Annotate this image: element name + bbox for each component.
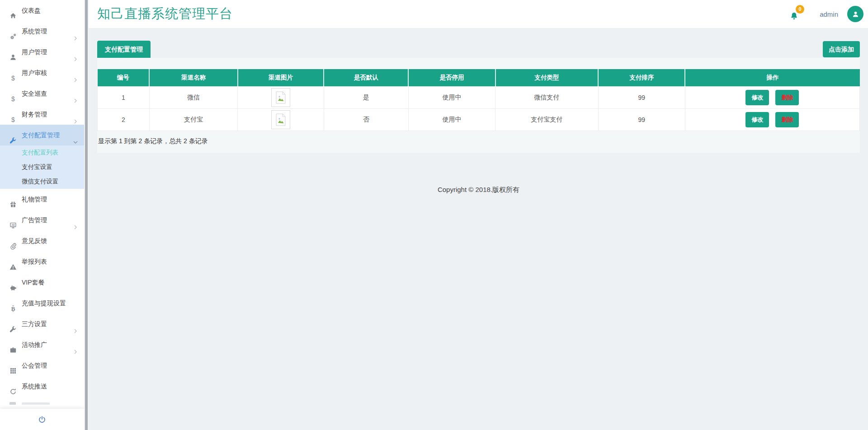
- home-icon: [9, 7, 17, 14]
- svg-text:$: $: [11, 95, 15, 103]
- sidebar-item-report-list[interactable]: 举报列表: [0, 251, 84, 272]
- cell-channel-image: [238, 86, 324, 108]
- sidebar-item-payment-config-mgmt[interactable]: 支付配置管理: [0, 125, 84, 145]
- sidebar-scrollbar-thumb[interactable]: [85, 0, 88, 430]
- notification-badge: 0: [796, 5, 804, 14]
- topbar-right-cluster: 0 admin: [790, 0, 863, 28]
- cell-id: 2: [98, 108, 150, 131]
- sidebar-subitem-wechat-pay-settings[interactable]: 微信支付设置: [0, 174, 84, 189]
- delete-button[interactable]: 删除: [775, 90, 799, 105]
- payment-config-table: 编号 渠道名称 渠道图片 是否默认 是否停用 支付类型 支付排序 操作 1 微信: [97, 69, 860, 131]
- sidebar-footer: [0, 409, 84, 430]
- sidebar-item-gift-mgmt[interactable]: 礼物管理: [0, 189, 84, 210]
- table-row: 1 微信 是 使用中 微信支付 99 修改 删除: [98, 86, 860, 108]
- sidebar-item-finance-mgmt[interactable]: $ 财务管理: [0, 104, 84, 125]
- user-icon: [9, 48, 17, 56]
- column-header-is-default: 是否默认: [324, 69, 408, 86]
- broken-image-icon: [271, 110, 290, 129]
- page-title: 知己直播系统管理平台: [97, 5, 233, 23]
- cell-channel-name: 支付宝: [149, 108, 238, 131]
- bitcoin-icon: B: [9, 299, 17, 307]
- power-icon[interactable]: [37, 415, 47, 425]
- sidebar-item-recharge-withdraw[interactable]: B 充值与提现设置: [0, 293, 84, 313]
- main-content: 支付配置管理 点击添加 编号 渠道名称 渠道图片 是否默认 是否停用 支付类型 …: [89, 28, 868, 430]
- chevron-right-icon: [73, 342, 78, 347]
- chevron-right-icon: [73, 217, 78, 223]
- avatar[interactable]: [847, 6, 863, 22]
- chevron-right-icon: [73, 321, 78, 327]
- broken-image-icon: [271, 88, 290, 107]
- cell-sort: 99: [598, 108, 685, 131]
- column-header-id: 编号: [98, 69, 150, 86]
- wrench-icon: [9, 320, 17, 327]
- cell-id: 1: [98, 86, 150, 108]
- cell-pay-type: 微信支付: [495, 86, 599, 108]
- chevron-right-icon: [73, 112, 78, 117]
- notifications-button[interactable]: 0: [790, 5, 808, 23]
- cell-status: 使用中: [408, 108, 495, 131]
- refresh-icon: [9, 383, 17, 390]
- sidebar-item-user-review[interactable]: $ 用户审核: [0, 62, 84, 83]
- bell-icon: [790, 12, 798, 20]
- sidebar-item-feedback[interactable]: 意见反馈: [0, 230, 84, 251]
- table-row: 2 支付宝 否 使用中 支付宝支付 99 修改 删除: [98, 108, 860, 131]
- chevron-right-icon: [73, 91, 78, 96]
- cell-channel-name: 微信: [149, 86, 238, 108]
- sidebar-subitem-payment-config-list[interactable]: 支付配置列表: [0, 145, 84, 160]
- sidebar-item-system-push[interactable]: 系统推送: [0, 376, 84, 397]
- chevron-down-icon: [73, 132, 78, 138]
- copyright: Copyright © 2018.版权所有: [97, 186, 860, 194]
- topbar: 知己直播系统管理平台 0 admin: [89, 0, 868, 28]
- gift-icon: [9, 196, 17, 203]
- sidebar-item-vip-packages[interactable]: VIP套餐: [0, 272, 84, 293]
- table-panel: 编号 渠道名称 渠道图片 是否默认 是否停用 支付类型 支付排序 操作 1 微信: [97, 58, 860, 153]
- cell-sort: 99: [598, 86, 685, 108]
- warning-icon: [9, 258, 17, 265]
- grid-icon: [9, 362, 17, 369]
- sidebar-item-activity-promo[interactable]: 活动推广: [0, 334, 84, 355]
- sidebar-item-security-patrol[interactable]: $ 安全巡查: [0, 83, 84, 104]
- username-menu[interactable]: admin: [820, 10, 838, 18]
- wrench-icon: [9, 131, 17, 139]
- column-header-channel-image: 渠道图片: [238, 69, 324, 86]
- sidebar-item-system-mgmt[interactable]: 系统管理: [0, 21, 84, 42]
- svg-text:$: $: [11, 75, 15, 82]
- svg-text:B: B: [11, 305, 15, 312]
- cell-channel-image: [238, 108, 324, 131]
- gears-icon: [9, 28, 17, 35]
- sidebar-item-clipped: [0, 397, 84, 405]
- column-header-is-disabled: 是否停用: [408, 69, 495, 86]
- delete-button[interactable]: 删除: [775, 112, 799, 127]
- chevron-right-icon: [73, 70, 78, 75]
- table-header-row: 编号 渠道名称 渠道图片 是否默认 是否停用 支付类型 支付排序 操作: [98, 69, 860, 86]
- edit-button[interactable]: 修改: [745, 90, 769, 105]
- piggy-bank-icon: [9, 279, 17, 286]
- tab-payment-config-mgmt[interactable]: 支付配置管理: [97, 41, 151, 58]
- briefcase-icon: [9, 341, 17, 348]
- sidebar-scrollbar-track: [84, 0, 89, 430]
- sidebar-subitem-alipay-settings[interactable]: 支付宝设置: [0, 160, 84, 174]
- toolbar: 支付配置管理 点击添加: [97, 41, 860, 58]
- svg-text:AD: AD: [11, 224, 15, 226]
- records-summary: 显示第 1 到第 2 条记录，总共 2 条记录: [98, 137, 860, 145]
- add-button[interactable]: 点击添加: [823, 41, 860, 57]
- dollar-icon: $: [9, 111, 17, 118]
- sidebar-item-dashboard[interactable]: 仪表盘: [0, 0, 84, 21]
- edit-button[interactable]: 修改: [745, 112, 769, 127]
- chevron-right-icon: [73, 28, 78, 34]
- cell-is-default: 否: [324, 108, 408, 131]
- sidebar-item-ad-mgmt[interactable]: AD 广告管理: [0, 210, 84, 230]
- column-header-pay-type: 支付类型: [495, 69, 599, 86]
- payment-config-submenu: 支付配置列表 支付宝设置 微信支付设置: [0, 145, 84, 189]
- cell-pay-type: 支付宝支付: [495, 108, 599, 131]
- cell-is-default: 是: [324, 86, 408, 108]
- sidebar: 仪表盘 系统管理 用户管理 $ 用户审核: [0, 0, 84, 430]
- sidebar-item-guild-mgmt[interactable]: 公会管理: [0, 355, 84, 376]
- sidebar-item-third-party-settings[interactable]: 三方设置: [0, 313, 84, 334]
- column-header-pay-sort: 支付排序: [598, 69, 685, 86]
- cell-actions: 修改 删除: [685, 108, 859, 131]
- dollar-icon: $: [9, 90, 17, 97]
- ad-board-icon: AD: [9, 216, 17, 224]
- svg-text:$: $: [11, 116, 15, 123]
- sidebar-item-user-mgmt[interactable]: 用户管理: [0, 42, 84, 62]
